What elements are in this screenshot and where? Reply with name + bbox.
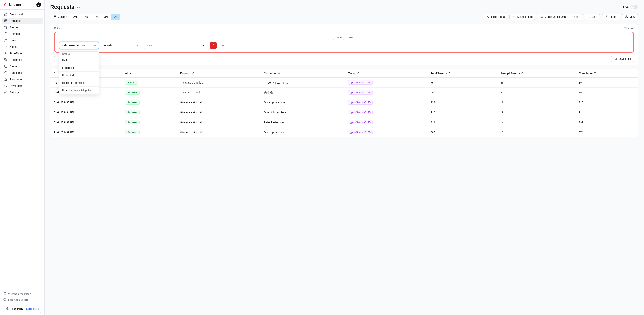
mode-smart[interactable]: smart [333, 35, 344, 40]
org-switcher[interactable]: Lina org L [0, 0, 44, 10]
users-icon [4, 38, 8, 42]
cell-total-tokens: 311 [428, 117, 497, 127]
bookmark-icon [614, 57, 617, 60]
add-condition-button[interactable] [220, 42, 226, 49]
cell-response: Once upon a time, … [260, 127, 345, 137]
sidebar-item-dashboard[interactable]: Dashboard [2, 11, 43, 18]
time-all[interactable]: All [111, 14, 120, 20]
time-24h[interactable]: 24H [70, 14, 82, 20]
table-row[interactable]: April 25 8:02 PM Success Give me a story… [50, 127, 638, 137]
sidebar-item-ratelimits[interactable]: Rate Limits [2, 70, 43, 76]
configure-columns-button[interactable]: Configure columns ( 14 / 16 ) [537, 14, 583, 20]
dropdown-item[interactable]: Path [60, 57, 99, 64]
table-row[interactable]: April 25 8:03 PM Success Give me a story… [50, 117, 638, 127]
cell-total-tokens: 75 [428, 78, 497, 88]
sort-button[interactable]: Sort [585, 14, 600, 20]
cell-prompt-tokens: 14 [497, 117, 576, 127]
sparkle-icon [4, 52, 8, 55]
delete-filter-button[interactable] [210, 42, 217, 49]
col-response: Response [260, 69, 345, 78]
saved-filters-button[interactable]: Saved Filters [510, 14, 536, 20]
sidebar-item-prompts[interactable]: Prompts [2, 30, 43, 37]
sidebar-item-sessions[interactable]: Sessions [2, 24, 43, 30]
svg-rect-1 [4, 26, 6, 27]
dropdown-item[interactable]: Feedback [60, 64, 99, 72]
live-toggle[interactable]: Live [623, 5, 638, 9]
time-3m[interactable]: 3M [101, 14, 111, 20]
sort-icon[interactable] [192, 72, 194, 74]
sidebar-item-finetune[interactable]: Fine-Tune [2, 50, 43, 56]
sidebar-item-alerts[interactable]: Alerts [2, 44, 43, 50]
cell-total-tokens: 110 [428, 108, 497, 117]
requests-table: Cr atus Request Response Model Total Tok… [50, 69, 638, 138]
cell-model: gpt-3.5-turbo-0125 [345, 78, 428, 88]
sort-icon[interactable] [357, 72, 360, 74]
refresh-button[interactable] [77, 5, 80, 9]
cell-request: Translate the follo… [177, 78, 260, 88]
filter-value-placeholder: Select... [147, 44, 156, 47]
mode-raw[interactable]: raw [347, 35, 355, 40]
learn-more-link[interactable]: Learn More [26, 307, 39, 310]
hide-filters-button[interactable]: Hide Filters [484, 14, 508, 20]
table-row[interactable]: April 25 8:05 PM Success Give me a story… [50, 98, 638, 108]
table-row[interactable]: Ap uccess Translate the follo… I'm sorry… [50, 78, 638, 88]
help-link[interactable]: Help And Support [3, 297, 41, 303]
sort-icon[interactable] [278, 72, 280, 74]
cell-model: gpt-3.5-turbo-0125 [345, 108, 428, 117]
filters-card: Filters Clear All smart raw Helicone-Pro… [50, 24, 638, 65]
cell-status: Success [122, 108, 177, 117]
view-docs-link[interactable]: View Documentation [3, 291, 41, 297]
table-row[interactable]: April 25 8:04 PM Success Give me a story… [50, 108, 638, 117]
help-icon [3, 298, 6, 302]
time-custom[interactable]: Custom [50, 14, 70, 20]
sidebar-item-label: Cache [10, 65, 18, 68]
dropdown-item[interactable]: Status [60, 52, 99, 57]
sidebar-item-requests[interactable]: Requests [2, 18, 43, 24]
tag-icon [4, 58, 8, 62]
cell-response: Peter Parker was j… [260, 117, 345, 127]
plan-box[interactable]: Free Plan Learn More [3, 305, 41, 313]
time-1m[interactable]: 1M [91, 14, 101, 20]
document-icon [4, 32, 8, 36]
sidebar-item-users[interactable]: Users [2, 37, 43, 44]
dropdown-item[interactable]: Helicone-Prompt-Id [60, 79, 99, 86]
time-7d[interactable]: 7D [82, 14, 91, 20]
sidebar-nav: Dashboard Requests Sessions Prompts User… [0, 10, 44, 289]
view-button[interactable]: View [622, 14, 638, 20]
toggle-track[interactable] [630, 5, 638, 9]
col-completion-tokens: Completion T [576, 69, 638, 78]
filter-field[interactable]: Helicone-Prompt-Inj Status Path Feedback… [59, 42, 99, 49]
org-name: Lina org [9, 3, 21, 6]
clear-all-button[interactable]: Clear All [624, 27, 634, 30]
dropdown-item[interactable]: Helicone-Prompt-Input-s… [60, 86, 99, 94]
cell-total-tokens: 40 [428, 88, 497, 98]
sidebar-item-cache[interactable]: Cache [2, 63, 43, 70]
save-filter-button[interactable]: Save Filter [611, 56, 634, 62]
sort-icon[interactable] [521, 72, 524, 74]
dropdown-item[interactable]: Prompt Id [60, 72, 99, 79]
database-icon [4, 64, 8, 68]
col-model: Model [345, 69, 428, 78]
code-icon [4, 84, 8, 88]
sidebar-item-properties[interactable]: Properties [2, 56, 43, 63]
toggle-thumb [631, 5, 634, 9]
cell-model: gpt-3.5-turbo-0125 [345, 88, 428, 98]
filter-value[interactable]: Select... [144, 42, 207, 49]
sidebar: Lina org L Dashboard Requests Sessions P… [0, 0, 44, 315]
avatar[interactable]: L [36, 2, 41, 7]
svg-rect-10 [54, 16, 56, 18]
chevron-down-icon [94, 44, 96, 47]
col-total-tokens: Total Tokens [428, 69, 497, 78]
export-button[interactable]: Export [602, 14, 620, 20]
cell-prompt-tokens: 19 [497, 108, 576, 117]
home-icon [4, 12, 8, 16]
sidebar-item-settings[interactable]: Settings [2, 89, 43, 96]
page-title: Requests [50, 4, 74, 10]
sidebar-item-developer[interactable]: Developer [2, 82, 43, 89]
sidebar-item-playground[interactable]: Playground [2, 76, 43, 82]
table-row[interactable]: April 26 5:17 PM Success Translate the f… [50, 88, 638, 98]
svg-rect-0 [4, 20, 7, 22]
cell-completion-tokens: 374 [576, 127, 638, 137]
filter-operator[interactable]: equals [102, 42, 142, 49]
sort-icon[interactable] [448, 72, 451, 74]
